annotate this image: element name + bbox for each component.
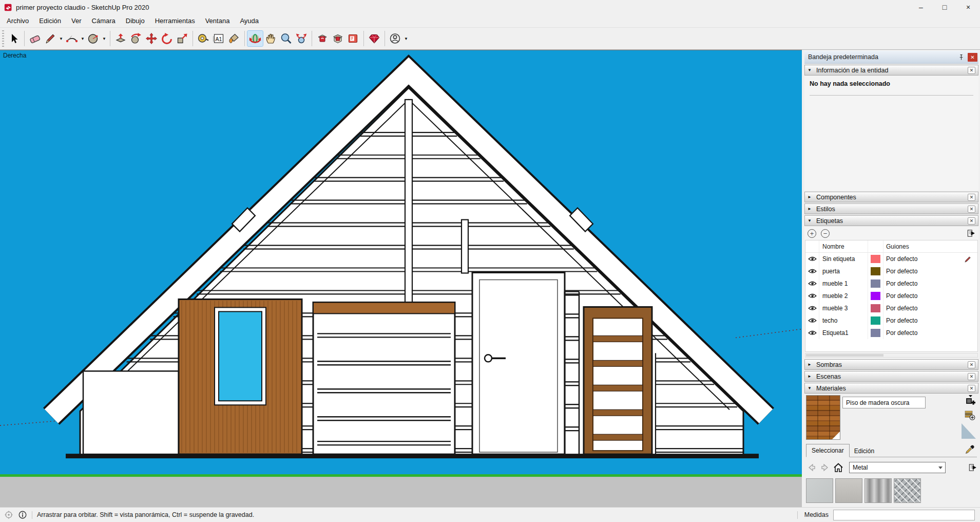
tag-dashes[interactable]: Por defecto bbox=[883, 265, 959, 277]
metal-brushed-swatch[interactable] bbox=[835, 478, 862, 503]
tag-row-sin-etiqueta[interactable]: Sin etiquetaPor defecto bbox=[805, 253, 977, 265]
close-icon[interactable]: ✕ bbox=[968, 194, 975, 201]
toolbar-grip[interactable] bbox=[2, 30, 4, 47]
geolocation-icon[interactable] bbox=[4, 510, 13, 519]
tag-dashes[interactable]: Por defecto bbox=[883, 314, 959, 327]
visible-eye-icon[interactable] bbox=[808, 256, 817, 262]
tape-measure-tool[interactable] bbox=[196, 31, 211, 46]
tag-dashes[interactable]: Por defecto bbox=[883, 302, 959, 314]
3d-warehouse-tool[interactable] bbox=[330, 31, 345, 46]
menu-herramientas[interactable]: Herramientas bbox=[150, 15, 200, 26]
menu-camara[interactable]: Cámara bbox=[87, 15, 121, 26]
section-materiales[interactable]: ▼ Materiales ✕ bbox=[804, 383, 978, 394]
arc-tool[interactable] bbox=[64, 31, 80, 46]
minimize-button[interactable]: – bbox=[909, 0, 933, 14]
visible-eye-icon[interactable] bbox=[808, 330, 817, 336]
3d-text-tool[interactable]: A1 bbox=[211, 31, 226, 46]
tag-color-chip[interactable] bbox=[871, 255, 880, 263]
metal-smooth-swatch[interactable] bbox=[806, 478, 833, 503]
model-canvas[interactable] bbox=[0, 50, 802, 507]
section-etiquetas[interactable]: ▼ Etiquetas ✕ bbox=[804, 215, 978, 226]
extension-warehouse-tool[interactable] bbox=[315, 31, 330, 46]
close-icon[interactable]: ✕ bbox=[968, 206, 975, 213]
menu-dibujo[interactable]: Dibujo bbox=[121, 15, 150, 26]
measurements-input[interactable] bbox=[833, 510, 975, 520]
visible-eye-icon[interactable] bbox=[808, 281, 817, 287]
tray-title-bar[interactable]: Bandeja predeterminada ✕ bbox=[804, 51, 978, 64]
menu-ventana[interactable]: Ventana bbox=[200, 15, 235, 26]
arc-dropdown-caret[interactable]: ▼ bbox=[80, 31, 86, 46]
edit-pencil-icon[interactable] bbox=[964, 255, 972, 263]
tag-color-chip[interactable] bbox=[871, 316, 880, 325]
add-tag-button[interactable]: + bbox=[808, 229, 816, 238]
section-estilos[interactable]: ► Estilos ✕ bbox=[804, 203, 978, 214]
create-material-icon[interactable] bbox=[965, 395, 976, 407]
home-icon[interactable] bbox=[833, 462, 844, 473]
visible-eye-icon[interactable] bbox=[808, 293, 817, 299]
tag-row-puerta[interactable]: puertaPor defecto bbox=[805, 265, 977, 277]
close-button[interactable]: × bbox=[956, 0, 980, 14]
account-tool[interactable] bbox=[388, 31, 403, 46]
horizontal-scrollbar[interactable] bbox=[805, 353, 978, 358]
close-icon[interactable]: ✕ bbox=[968, 67, 975, 74]
model-viewport[interactable]: Derecha bbox=[0, 50, 802, 507]
metal-corrugated-swatch[interactable] bbox=[864, 478, 892, 503]
account-dropdown-caret[interactable]: ▼ bbox=[403, 31, 409, 46]
tag-color-chip[interactable] bbox=[871, 304, 880, 312]
pin-icon[interactable] bbox=[956, 52, 966, 62]
menu-edicion[interactable]: Edición bbox=[34, 15, 66, 26]
tag-dashes[interactable]: Por defecto bbox=[883, 290, 959, 302]
scale-tool[interactable] bbox=[175, 31, 190, 46]
menu-archivo[interactable]: Archivo bbox=[2, 15, 34, 26]
tag-row-etiqueta1[interactable]: Etiqueta1Por defecto bbox=[805, 327, 977, 339]
visible-eye-icon[interactable] bbox=[808, 318, 817, 324]
tag-dashes[interactable]: Por defecto bbox=[883, 253, 959, 265]
current-material-preview[interactable] bbox=[806, 395, 840, 440]
tag-color-chip[interactable] bbox=[871, 292, 880, 300]
close-icon[interactable]: ✕ bbox=[968, 361, 975, 368]
close-icon[interactable]: ✕ bbox=[968, 385, 975, 392]
circle-dropdown-caret[interactable]: ▼ bbox=[101, 31, 107, 46]
tray-close-icon[interactable]: ✕ bbox=[968, 53, 977, 62]
visible-eye-icon[interactable] bbox=[808, 305, 817, 311]
info-icon[interactable] bbox=[18, 510, 27, 519]
back-arrow-icon[interactable] bbox=[806, 462, 817, 473]
tag-color-chip[interactable] bbox=[871, 267, 880, 275]
orbit-tool[interactable] bbox=[247, 31, 263, 46]
tag-row-techo[interactable]: techoPor defecto bbox=[805, 314, 977, 327]
trimble-connect-tool[interactable] bbox=[345, 31, 361, 46]
push-pull-tool[interactable] bbox=[113, 31, 128, 46]
menu-ver[interactable]: Ver bbox=[66, 15, 87, 26]
section-componentes[interactable]: ► Componentes ✕ bbox=[804, 192, 978, 202]
details-arrow-icon[interactable] bbox=[966, 229, 975, 238]
maximize-button[interactable]: □ bbox=[933, 0, 956, 14]
pan-tool[interactable] bbox=[263, 31, 278, 46]
rotate-tool[interactable] bbox=[159, 31, 175, 46]
tag-color-chip[interactable] bbox=[871, 329, 880, 337]
tag-dashes[interactable]: Por defecto bbox=[883, 277, 959, 290]
remove-tag-button[interactable]: − bbox=[821, 229, 830, 238]
line-tool[interactable] bbox=[43, 31, 58, 46]
move-tool[interactable] bbox=[144, 31, 159, 46]
tab-seleccionar[interactable]: Seleccionar bbox=[806, 444, 850, 457]
select-tool[interactable] bbox=[6, 31, 22, 46]
ruby-console-tool[interactable] bbox=[367, 31, 382, 46]
tab-edicion[interactable]: Edición bbox=[850, 445, 879, 457]
close-icon[interactable]: ✕ bbox=[968, 217, 975, 225]
eyedropper-icon[interactable] bbox=[965, 443, 976, 455]
zoom-extents-tool[interactable] bbox=[294, 31, 309, 46]
tag-row-mueble-3[interactable]: mueble 3Por defecto bbox=[805, 302, 977, 314]
visible-eye-icon[interactable] bbox=[808, 268, 817, 274]
paint-bucket-tool[interactable] bbox=[226, 31, 242, 46]
circle-tool[interactable] bbox=[86, 31, 101, 46]
tag-row-mueble-2[interactable]: mueble 2Por defecto bbox=[805, 290, 977, 302]
section-entity-info[interactable]: ▼ Información de la entidad ✕ bbox=[804, 65, 978, 76]
zoom-tool[interactable] bbox=[278, 31, 294, 46]
details-arrow-icon[interactable] bbox=[968, 463, 977, 472]
forward-arrow-icon[interactable] bbox=[819, 462, 831, 473]
close-icon[interactable]: ✕ bbox=[968, 373, 975, 380]
sample-paint-icon[interactable] bbox=[964, 409, 975, 421]
material-category-dropdown[interactable]: Metal bbox=[849, 462, 946, 473]
menu-ayuda[interactable]: Ayuda bbox=[235, 15, 264, 26]
section-escenas[interactable]: ► Escenas ✕ bbox=[804, 371, 978, 382]
